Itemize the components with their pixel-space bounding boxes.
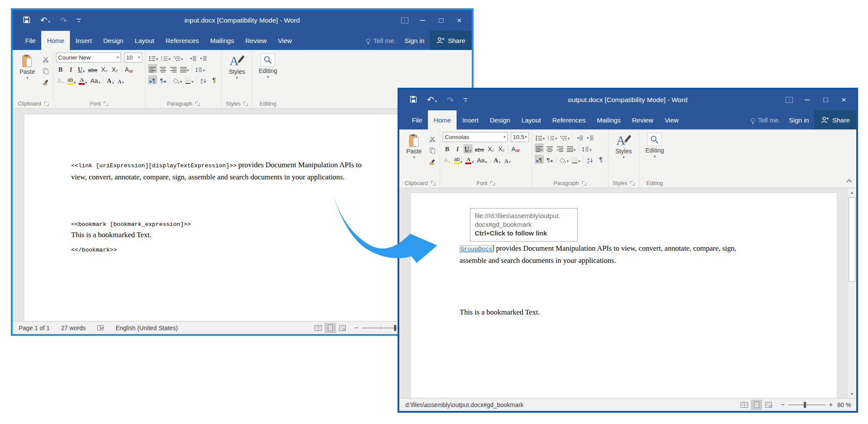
scroll-down-button[interactable]: ▼ xyxy=(848,390,856,398)
underline-button[interactable]: U▾ xyxy=(77,65,86,74)
show-formatting-marks-button[interactable]: ¶ xyxy=(596,155,605,164)
tab-view[interactable]: View xyxy=(659,110,684,129)
font-dialog-launcher[interactable] xyxy=(104,102,108,106)
text-effects-button[interactable]: A▾ xyxy=(443,156,452,165)
zoom-slider-thumb[interactable] xyxy=(804,402,806,408)
tab-layout[interactable]: Layout xyxy=(129,31,160,50)
decrease-indent-button[interactable] xyxy=(188,53,197,62)
close-button[interactable]: × xyxy=(835,93,853,106)
superscript-button[interactable]: X2 xyxy=(110,65,119,74)
sign-in-button[interactable]: Sign in xyxy=(399,31,430,50)
shrink-font-button[interactable]: A▼ xyxy=(117,76,126,85)
language-indicator[interactable]: English (United States) xyxy=(115,325,178,331)
tab-home[interactable]: Home xyxy=(428,110,457,129)
web-layout-button[interactable] xyxy=(337,323,348,333)
close-button[interactable]: × xyxy=(450,14,468,27)
right-to-left-button[interactable]: ¶◀ xyxy=(158,75,168,84)
zoom-slider-thumb[interactable] xyxy=(394,325,396,331)
tab-mailings[interactable]: Mailings xyxy=(591,110,626,129)
print-layout-button[interactable] xyxy=(751,400,762,410)
tab-references[interactable]: References xyxy=(160,31,204,50)
maximize-button[interactable] xyxy=(432,14,450,27)
tab-review[interactable]: Review xyxy=(240,31,272,50)
zoom-slider[interactable] xyxy=(362,328,399,328)
justify-button[interactable]: ▾ xyxy=(566,143,577,152)
styles-button[interactable]: A Styles▾ xyxy=(224,53,250,99)
italic-button[interactable]: I xyxy=(66,65,76,74)
strikethrough-button[interactable]: abe xyxy=(87,65,99,74)
font-size-combo[interactable]: 10▾ xyxy=(124,53,142,63)
superscript-button[interactable]: X2 xyxy=(497,144,506,153)
groupdocs-hyperlink[interactable]: GroupDocs xyxy=(460,245,493,253)
clipboard-dialog-launcher[interactable] xyxy=(431,181,435,186)
ribbon-display-options-button[interactable]: ↑ xyxy=(395,14,414,27)
zoom-out-button[interactable]: − xyxy=(354,324,358,332)
tell-me-box[interactable]: Tell me. xyxy=(747,110,784,129)
font-name-combo[interactable]: Consolas▾ xyxy=(443,132,508,142)
clipboard-dialog-launcher[interactable] xyxy=(44,102,49,106)
sort-button[interactable]: AZ xyxy=(199,75,208,84)
collapse-ribbon-button[interactable] xyxy=(846,179,852,185)
align-right-button[interactable] xyxy=(556,143,565,152)
left-to-right-button[interactable]: ▶¶ xyxy=(535,155,544,164)
line-spacing-button[interactable]: ▾ xyxy=(581,143,592,152)
highlight-button[interactable]: ab▾ xyxy=(453,156,464,165)
word-count[interactable]: 27 words xyxy=(61,325,86,331)
tab-layout[interactable]: Layout xyxy=(516,110,546,129)
shrink-font-button[interactable]: A▼ xyxy=(503,156,513,165)
sort-button[interactable]: AZ xyxy=(586,155,595,164)
share-button[interactable]: Share xyxy=(814,110,856,129)
right-to-left-button[interactable]: ¶◀ xyxy=(545,155,554,164)
zoom-slider[interactable] xyxy=(788,404,825,405)
grow-font-button[interactable]: A▲ xyxy=(106,76,115,85)
cut-button[interactable] xyxy=(428,134,437,143)
font-size-combo[interactable]: 10.5▾ xyxy=(511,132,529,142)
tab-references[interactable]: References xyxy=(546,110,591,129)
styles-button[interactable]: A Styles▾ xyxy=(611,132,636,179)
paragraph-dialog-launcher[interactable] xyxy=(582,181,586,186)
text-effects-button[interactable]: A▾ xyxy=(56,76,65,85)
zoom-out-button[interactable]: − xyxy=(780,401,784,409)
share-button[interactable]: Share xyxy=(430,31,472,50)
tab-home[interactable]: Home xyxy=(41,31,70,50)
read-mode-button[interactable] xyxy=(739,400,750,410)
multilevel-list-button[interactable]: ▾ xyxy=(173,53,184,62)
underline-button[interactable]: U▾ xyxy=(464,144,473,153)
tab-file[interactable]: File xyxy=(20,31,41,50)
subscript-button[interactable]: X2 xyxy=(487,144,496,153)
increase-indent-button[interactable] xyxy=(585,132,595,141)
read-mode-button[interactable] xyxy=(312,323,324,333)
tab-insert[interactable]: Insert xyxy=(70,31,98,50)
justify-button[interactable]: ▾ xyxy=(179,64,190,73)
ribbon-display-options-button[interactable]: ↑ xyxy=(780,93,798,106)
sign-in-button[interactable]: Sign in xyxy=(784,110,814,129)
page-indicator[interactable]: Page 1 of 1 xyxy=(19,325,50,331)
cut-button[interactable] xyxy=(41,54,50,63)
bold-button[interactable]: B xyxy=(443,144,452,153)
copy-button[interactable] xyxy=(41,66,50,75)
italic-button[interactable]: I xyxy=(453,144,462,153)
paste-button[interactable]: Paste▾ xyxy=(403,132,425,179)
minimize-button[interactable] xyxy=(414,14,432,27)
scrollbar-thumb[interactable] xyxy=(848,197,855,282)
line-spacing-button[interactable]: ▾ xyxy=(194,64,206,73)
format-painter-button[interactable] xyxy=(428,156,437,166)
align-right-button[interactable] xyxy=(169,64,178,73)
highlight-button[interactable]: ab▾ xyxy=(66,76,77,85)
minimize-button[interactable] xyxy=(798,93,816,106)
undo-button[interactable]: ↶▾ xyxy=(427,96,437,104)
tab-review[interactable]: Review xyxy=(626,110,659,129)
increase-indent-button[interactable] xyxy=(199,53,208,62)
shading-button[interactable]: ▾ xyxy=(559,155,570,164)
tab-mailings[interactable]: Mailings xyxy=(204,31,240,50)
font-color-button[interactable]: A▾ xyxy=(78,76,88,85)
font-name-combo[interactable]: Courier New▾ xyxy=(56,53,121,63)
change-case-button[interactable]: Aa▾ xyxy=(476,156,488,165)
font-dialog-launcher[interactable] xyxy=(490,181,495,186)
editing-button[interactable]: Editing▾ xyxy=(255,53,281,99)
numbering-button[interactable]: 123▾ xyxy=(547,132,558,141)
proofing-status-icon[interactable] xyxy=(97,325,104,331)
multilevel-list-button[interactable]: ▾ xyxy=(559,132,571,141)
format-painter-button[interactable] xyxy=(41,77,50,86)
show-formatting-marks-button[interactable]: ¶ xyxy=(210,75,219,84)
